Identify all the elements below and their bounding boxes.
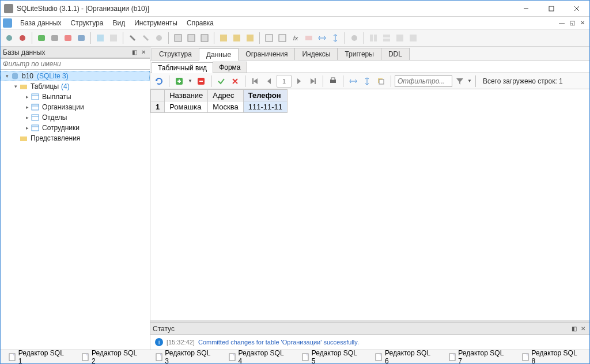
tree-filter-input[interactable] — [1, 58, 150, 70]
db-tree[interactable]: ▾ b10 (SQLite 3) ▾ Таблицы (4) ▸ Выплаты — [1, 70, 150, 350]
table-row[interactable]: 1 Ромашка Москва 111-11-11 — [151, 101, 288, 113]
mdi-minimize-icon[interactable]: — — [557, 18, 566, 28]
tab-indexes[interactable]: Индексы — [294, 48, 338, 60]
sql-editor-tab[interactable]: Редактор SQL 2 — [76, 347, 147, 365]
sql-editor-tab[interactable]: Редактор SQL 8 — [516, 347, 587, 365]
svg-point-4 — [6, 35, 12, 41]
fx-button[interactable]: fx — [289, 32, 302, 44]
fit-v-button[interactable] — [361, 75, 373, 88]
layout4-button[interactable] — [407, 32, 419, 44]
subtab-grid[interactable]: Табличный вид — [152, 62, 213, 73]
rollback-data-button[interactable] — [229, 75, 241, 88]
drop-table-button[interactable] — [198, 32, 211, 44]
svg-rect-54 — [379, 79, 384, 84]
svg-rect-33 — [32, 94, 39, 100]
tree-views-node[interactable]: ▸ Представления — [1, 133, 150, 143]
column-header[interactable]: Адрес — [208, 90, 243, 101]
sql-editor-tab[interactable]: Редактор SQL 7 — [443, 347, 514, 365]
main-area: Структура Данные Ограничения Индексы Три… — [150, 47, 589, 350]
close-button[interactable] — [564, 1, 589, 17]
tab-triggers[interactable]: Триггеры — [337, 48, 381, 60]
add-db-button[interactable] — [35, 32, 48, 44]
connect-button[interactable] — [3, 32, 16, 44]
expand-h-button[interactable] — [316, 32, 328, 44]
edit-db-button[interactable] — [48, 32, 61, 44]
export-button[interactable] — [230, 32, 243, 44]
refresh-db-button[interactable] — [75, 32, 88, 44]
data-grid[interactable]: Название Адрес Телефон 1 Ромашка Москва … — [150, 89, 589, 320]
cell[interactable]: 111-11-11 — [243, 101, 287, 113]
apply-filter-button[interactable] — [453, 75, 466, 88]
tree-table-node[interactable]: ▸ Сотрудники — [1, 123, 150, 133]
maximize-button[interactable] — [539, 1, 564, 17]
menu-structure[interactable]: Структура — [66, 18, 108, 28]
tab-ddl[interactable]: DDL — [381, 48, 410, 60]
mdi-close-icon[interactable]: ✕ — [578, 18, 587, 28]
print-button[interactable] — [327, 75, 339, 88]
tab-structure[interactable]: Структура — [152, 48, 199, 60]
next-page-button[interactable] — [293, 75, 305, 88]
commit-button[interactable] — [276, 32, 289, 44]
prev-page-button[interactable] — [263, 75, 275, 88]
erase-button[interactable] — [302, 32, 315, 44]
fit-h-button[interactable] — [347, 75, 360, 88]
remove-db-button[interactable] — [62, 32, 74, 44]
tree-table-node[interactable]: ▸ Отделы — [1, 112, 150, 123]
sql-history-button[interactable] — [107, 32, 120, 44]
settings-button[interactable] — [348, 32, 361, 44]
tree-tables-node[interactable]: ▾ Таблицы (4) — [1, 81, 150, 92]
import-button[interactable] — [217, 32, 230, 44]
layout3-button[interactable] — [394, 32, 406, 44]
sql-editor-tab[interactable]: Редактор SQL 6 — [369, 347, 440, 365]
corner-cell[interactable] — [151, 90, 165, 101]
vacuum-button[interactable] — [153, 32, 165, 44]
edit-cell-button[interactable] — [263, 32, 275, 44]
first-page-button[interactable] — [249, 75, 262, 88]
attach-button[interactable] — [126, 32, 139, 44]
sql-editor-tab[interactable]: Редактор SQL 1 — [3, 347, 74, 365]
menu-view[interactable]: Вид — [108, 18, 130, 28]
edit-table-button[interactable] — [185, 32, 198, 44]
cell[interactable]: Москва — [208, 101, 243, 113]
detach-button[interactable] — [139, 32, 152, 44]
data-filter-input[interactable] — [395, 75, 452, 87]
create-table-button[interactable] — [172, 32, 184, 44]
row-number[interactable]: 1 — [151, 101, 165, 113]
column-header[interactable]: Название — [165, 90, 208, 101]
tree-db-node[interactable]: ▾ b10 (SQLite 3) — [1, 71, 150, 81]
column-header[interactable]: Телефон — [243, 90, 287, 101]
tree-table-node[interactable]: ▸ Организации — [1, 102, 150, 112]
menu-help[interactable]: Справка — [182, 18, 218, 28]
populate-button[interactable] — [244, 32, 256, 44]
undock-icon[interactable]: ◧ — [130, 48, 138, 56]
close-status-icon[interactable]: ✕ — [579, 325, 587, 333]
tab-constraints[interactable]: Ограничения — [238, 48, 295, 60]
refresh-data-button[interactable] — [153, 75, 165, 88]
undock-status-icon[interactable]: ◧ — [570, 325, 578, 333]
page-number-input[interactable]: 1 — [277, 75, 292, 88]
sql-editor-tab[interactable]: Редактор SQL 4 — [223, 347, 294, 365]
close-panel-icon[interactable]: ✕ — [139, 48, 148, 56]
collapse-h-button[interactable] — [329, 32, 342, 44]
last-page-button[interactable] — [307, 75, 319, 88]
subtab-form[interactable]: Форма — [213, 62, 247, 73]
sql-editor-tab[interactable]: Редактор SQL 5 — [296, 347, 367, 365]
layout1-button[interactable] — [367, 32, 380, 44]
disconnect-button[interactable] — [16, 32, 29, 44]
tree-table-node[interactable]: ▸ Выплаты — [1, 92, 150, 102]
layout2-button[interactable] — [380, 32, 393, 44]
tab-data[interactable]: Данные — [199, 48, 239, 60]
add-row-button[interactable] — [173, 75, 186, 88]
minimize-button[interactable] — [513, 1, 539, 17]
commit-data-button[interactable] — [215, 75, 228, 88]
sql-editor-button[interactable] — [94, 32, 107, 44]
svg-rect-21 — [305, 36, 312, 40]
menu-database[interactable]: База данных — [16, 18, 66, 28]
delete-row-button[interactable] — [195, 75, 207, 88]
copy-button[interactable] — [375, 75, 387, 88]
mdi-restore-icon[interactable]: ◱ — [568, 18, 577, 28]
add-row-dropdown[interactable]: ▼ — [187, 75, 194, 88]
sql-editor-tab[interactable]: Редактор SQL 3 — [150, 347, 221, 365]
cell[interactable]: Ромашка — [165, 101, 208, 113]
menu-tools[interactable]: Инструменты — [130, 18, 182, 28]
